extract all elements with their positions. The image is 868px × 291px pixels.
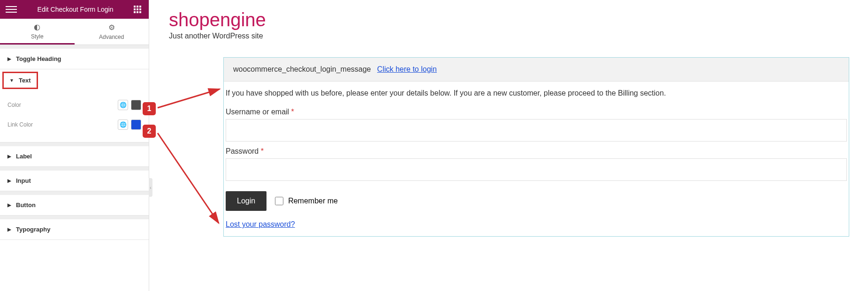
- panel-tabs: ◐ Style ⚙ Advanced: [0, 19, 149, 45]
- caret-right-icon: ▶: [8, 56, 11, 61]
- section-input-label: Input: [16, 177, 31, 184]
- globe-icon[interactable]: 🌐: [118, 119, 128, 130]
- section-label[interactable]: ▶ Label: [0, 146, 149, 167]
- username-label-text: Username or email: [226, 108, 289, 116]
- login-toggle-link[interactable]: Click here to login: [377, 65, 437, 73]
- gear-icon: ⚙: [108, 23, 115, 32]
- site-brand: shopengine Just another WordPress site: [169, 9, 849, 40]
- section-button[interactable]: ▶ Button: [0, 195, 149, 216]
- caret-right-icon: ▶: [8, 202, 11, 208]
- tab-advanced-label: Advanced: [99, 34, 124, 40]
- section-typography-label: Typography: [16, 226, 50, 233]
- tab-style-label: Style: [31, 33, 44, 40]
- username-input[interactable]: [226, 119, 847, 142]
- control-link-color: Link Color 🌐: [8, 115, 141, 134]
- caret-right-icon: ▶: [8, 154, 11, 159]
- form-actions: Login Remember me: [224, 184, 849, 218]
- section-input[interactable]: ▶ Input: [0, 171, 149, 191]
- lost-password-row: Lost your password?: [224, 218, 849, 236]
- required-mark: *: [291, 108, 294, 116]
- section-text: ▼ Text Color 🌐 Link Color 🌐: [0, 69, 149, 142]
- username-field: Username or email *: [224, 105, 849, 144]
- panel-title: Edit Checkout Form Login: [17, 6, 134, 13]
- color-swatch[interactable]: [131, 100, 141, 110]
- login-message-bar: woocommerce_checkout_login_message Click…: [224, 58, 849, 82]
- link-color-swatch[interactable]: [131, 119, 141, 130]
- globe-icon[interactable]: 🌐: [118, 100, 128, 110]
- password-label-text: Password: [226, 147, 259, 155]
- half-circle-icon: ◐: [34, 22, 40, 31]
- password-field: Password *: [224, 144, 849, 184]
- tab-style[interactable]: ◐ Style: [0, 19, 75, 45]
- lost-password-link[interactable]: Lost your password?: [226, 220, 295, 228]
- section-text-label: Text: [19, 77, 31, 84]
- site-tagline: Just another WordPress site: [169, 32, 849, 40]
- caret-right-icon: ▶: [8, 227, 11, 232]
- chevron-left-icon: ‹: [150, 185, 151, 190]
- caret-right-icon: ▶: [8, 178, 11, 183]
- editor-panel: Edit Checkout Form Login ◐ Style ⚙ Advan…: [0, 0, 149, 291]
- tab-advanced[interactable]: ⚙ Advanced: [75, 19, 149, 45]
- panel-header: Edit Checkout Form Login: [0, 0, 149, 19]
- section-typography[interactable]: ▶ Typography: [0, 219, 149, 240]
- section-text-header[interactable]: ▼ Text: [3, 72, 38, 89]
- login-form-widget: woocommerce_checkout_login_message Click…: [223, 57, 849, 237]
- widgets-grid-icon[interactable]: [134, 5, 143, 14]
- login-message-prefix: woocommerce_checkout_login_message: [233, 65, 371, 73]
- remember-label: Remember me: [288, 197, 338, 205]
- section-label-label: Label: [16, 153, 32, 160]
- remember-me-wrap: Remember me: [275, 197, 338, 205]
- section-list: ▶ Toggle Heading ▼ Text Color 🌐: [0, 45, 149, 240]
- control-color: Color 🌐: [8, 95, 141, 115]
- username-label: Username or email *: [226, 108, 847, 116]
- password-input[interactable]: [226, 158, 847, 181]
- control-link-color-label: Link Color: [8, 121, 33, 128]
- collapse-handle[interactable]: ‹: [149, 178, 152, 197]
- remember-checkbox[interactable]: [275, 197, 283, 205]
- login-button[interactable]: Login: [226, 191, 266, 211]
- section-toggle-heading-label: Toggle Heading: [16, 55, 61, 62]
- section-text-body: Color 🌐 Link Color 🌐: [0, 91, 149, 142]
- menu-icon[interactable]: [6, 4, 17, 15]
- section-button-label: Button: [16, 201, 36, 209]
- password-label: Password *: [226, 147, 847, 156]
- preview-area: shopengine Just another WordPress site w…: [169, 9, 849, 237]
- control-color-label: Color: [8, 102, 21, 108]
- caret-down-icon: ▼: [9, 78, 14, 83]
- section-toggle-heading[interactable]: ▶ Toggle Heading: [0, 49, 149, 69]
- site-title: shopengine: [169, 9, 849, 30]
- required-mark: *: [261, 147, 264, 155]
- login-helper-text: If you have shopped with us before, plea…: [224, 82, 849, 105]
